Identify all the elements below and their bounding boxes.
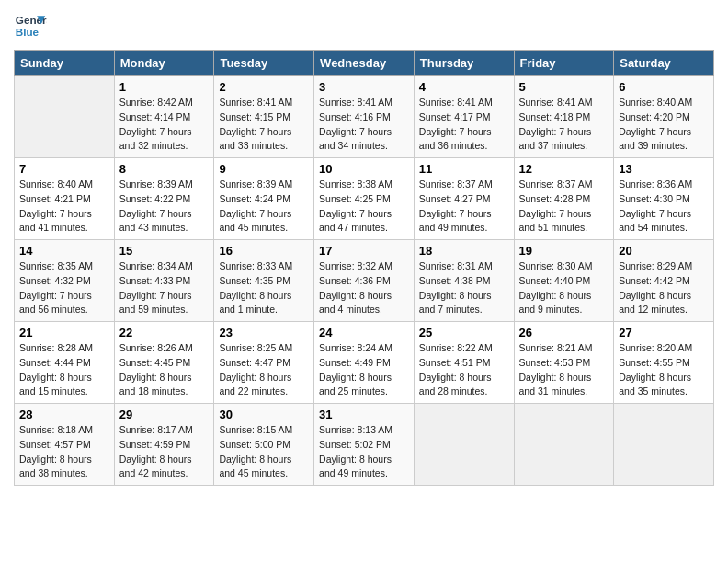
day-info: Sunrise: 8:17 AM Sunset: 4:59 PM Dayligh… <box>119 423 210 481</box>
calendar-cell: 9Sunrise: 8:39 AM Sunset: 4:24 PM Daylig… <box>214 158 314 240</box>
day-info: Sunrise: 8:21 AM Sunset: 4:53 PM Dayligh… <box>519 341 609 399</box>
calendar-cell: 11Sunrise: 8:37 AM Sunset: 4:27 PM Dayli… <box>414 158 514 240</box>
day-info: Sunrise: 8:31 AM Sunset: 4:38 PM Dayligh… <box>419 259 509 317</box>
day-info: Sunrise: 8:35 AM Sunset: 4:32 PM Dayligh… <box>19 259 109 317</box>
day-info: Sunrise: 8:37 AM Sunset: 4:27 PM Dayligh… <box>419 178 509 236</box>
calendar-cell: 14Sunrise: 8:35 AM Sunset: 4:32 PM Dayli… <box>15 240 115 322</box>
calendar-cell: 27Sunrise: 8:20 AM Sunset: 4:55 PM Dayli… <box>614 322 714 404</box>
day-number: 16 <box>219 244 309 258</box>
day-info: Sunrise: 8:41 AM Sunset: 4:15 PM Dayligh… <box>219 96 309 154</box>
day-info: Sunrise: 8:20 AM Sunset: 4:55 PM Dayligh… <box>619 341 709 399</box>
header: General Blue <box>14 9 714 42</box>
day-info: Sunrise: 8:18 AM Sunset: 4:57 PM Dayligh… <box>19 423 109 481</box>
day-info: Sunrise: 8:39 AM Sunset: 4:24 PM Dayligh… <box>219 178 309 236</box>
calendar-cell: 5Sunrise: 8:41 AM Sunset: 4:18 PM Daylig… <box>514 76 614 158</box>
day-number: 1 <box>119 80 210 94</box>
calendar-cell: 21Sunrise: 8:28 AM Sunset: 4:44 PM Dayli… <box>15 322 115 404</box>
day-number: 29 <box>119 408 210 421</box>
col-header-monday: Monday <box>114 51 214 76</box>
day-number: 23 <box>219 326 309 339</box>
page-container: General Blue SundayMondayTuesdayWednesda… <box>0 0 728 495</box>
calendar-cell: 8Sunrise: 8:39 AM Sunset: 4:22 PM Daylig… <box>114 158 214 240</box>
calendar-cell: 24Sunrise: 8:24 AM Sunset: 4:49 PM Dayli… <box>314 322 415 404</box>
calendar-cell: 28Sunrise: 8:18 AM Sunset: 4:57 PM Dayli… <box>15 404 115 486</box>
day-number: 11 <box>419 162 509 176</box>
day-info: Sunrise: 8:36 AM Sunset: 4:30 PM Dayligh… <box>619 178 709 236</box>
day-number: 10 <box>319 162 409 176</box>
day-number: 31 <box>319 408 409 421</box>
day-number: 4 <box>419 80 509 94</box>
calendar-cell: 31Sunrise: 8:13 AM Sunset: 5:02 PM Dayli… <box>314 404 415 486</box>
week-row-3: 14Sunrise: 8:35 AM Sunset: 4:32 PM Dayli… <box>15 240 714 322</box>
col-header-thursday: Thursday <box>414 51 514 76</box>
calendar-cell <box>15 76 115 158</box>
calendar-cell: 29Sunrise: 8:17 AM Sunset: 4:59 PM Dayli… <box>114 404 214 486</box>
day-info: Sunrise: 8:37 AM Sunset: 4:28 PM Dayligh… <box>519 178 609 236</box>
calendar-cell: 22Sunrise: 8:26 AM Sunset: 4:45 PM Dayli… <box>114 322 214 404</box>
day-number: 20 <box>619 244 709 258</box>
calendar-cell: 26Sunrise: 8:21 AM Sunset: 4:53 PM Dayli… <box>514 322 614 404</box>
day-number: 25 <box>419 326 509 339</box>
day-info: Sunrise: 8:40 AM Sunset: 4:21 PM Dayligh… <box>19 178 109 236</box>
logo: General Blue <box>14 9 47 42</box>
day-number: 30 <box>219 408 309 421</box>
day-info: Sunrise: 8:26 AM Sunset: 4:45 PM Dayligh… <box>119 341 210 399</box>
day-info: Sunrise: 8:24 AM Sunset: 4:49 PM Dayligh… <box>319 341 409 399</box>
day-info: Sunrise: 8:40 AM Sunset: 4:20 PM Dayligh… <box>619 96 709 154</box>
day-number: 21 <box>19 326 109 339</box>
calendar-cell: 23Sunrise: 8:25 AM Sunset: 4:47 PM Dayli… <box>214 322 314 404</box>
day-info: Sunrise: 8:29 AM Sunset: 4:42 PM Dayligh… <box>619 259 709 317</box>
day-number: 27 <box>619 326 709 339</box>
calendar-cell: 13Sunrise: 8:36 AM Sunset: 4:30 PM Dayli… <box>614 158 714 240</box>
week-row-2: 7Sunrise: 8:40 AM Sunset: 4:21 PM Daylig… <box>15 158 714 240</box>
col-header-friday: Friday <box>514 51 614 76</box>
day-info: Sunrise: 8:28 AM Sunset: 4:44 PM Dayligh… <box>19 341 109 399</box>
col-header-tuesday: Tuesday <box>214 51 314 76</box>
day-number: 3 <box>319 80 409 94</box>
calendar-cell: 18Sunrise: 8:31 AM Sunset: 4:38 PM Dayli… <box>414 240 514 322</box>
day-number: 14 <box>19 244 109 258</box>
day-number: 17 <box>319 244 409 258</box>
calendar-cell: 3Sunrise: 8:41 AM Sunset: 4:16 PM Daylig… <box>314 76 415 158</box>
calendar-cell: 20Sunrise: 8:29 AM Sunset: 4:42 PM Dayli… <box>614 240 714 322</box>
day-number: 12 <box>519 162 609 176</box>
day-info: Sunrise: 8:39 AM Sunset: 4:22 PM Dayligh… <box>119 178 210 236</box>
calendar-cell <box>614 404 714 486</box>
week-row-4: 21Sunrise: 8:28 AM Sunset: 4:44 PM Dayli… <box>15 322 714 404</box>
calendar-cell: 30Sunrise: 8:15 AM Sunset: 5:00 PM Dayli… <box>214 404 314 486</box>
col-header-saturday: Saturday <box>614 51 714 76</box>
day-info: Sunrise: 8:34 AM Sunset: 4:33 PM Dayligh… <box>119 259 210 317</box>
day-info: Sunrise: 8:41 AM Sunset: 4:16 PM Dayligh… <box>319 96 409 154</box>
day-info: Sunrise: 8:30 AM Sunset: 4:40 PM Dayligh… <box>519 259 609 317</box>
day-number: 7 <box>19 162 109 176</box>
calendar-cell: 19Sunrise: 8:30 AM Sunset: 4:40 PM Dayli… <box>514 240 614 322</box>
day-number: 22 <box>119 326 210 339</box>
day-info: Sunrise: 8:15 AM Sunset: 5:00 PM Dayligh… <box>219 423 309 481</box>
svg-text:Blue: Blue <box>16 26 40 38</box>
day-number: 19 <box>519 244 609 258</box>
day-info: Sunrise: 8:42 AM Sunset: 4:14 PM Dayligh… <box>119 96 210 154</box>
day-number: 26 <box>519 326 609 339</box>
calendar-cell: 7Sunrise: 8:40 AM Sunset: 4:21 PM Daylig… <box>15 158 115 240</box>
calendar-cell: 10Sunrise: 8:38 AM Sunset: 4:25 PM Dayli… <box>314 158 415 240</box>
week-row-1: 1Sunrise: 8:42 AM Sunset: 4:14 PM Daylig… <box>15 76 714 158</box>
day-info: Sunrise: 8:22 AM Sunset: 4:51 PM Dayligh… <box>419 341 509 399</box>
header-row: SundayMondayTuesdayWednesdayThursdayFrid… <box>15 51 714 76</box>
calendar-cell: 17Sunrise: 8:32 AM Sunset: 4:36 PM Dayli… <box>314 240 415 322</box>
calendar-cell: 6Sunrise: 8:40 AM Sunset: 4:20 PM Daylig… <box>614 76 714 158</box>
calendar-table: SundayMondayTuesdayWednesdayThursdayFrid… <box>14 50 714 486</box>
day-number: 5 <box>519 80 609 94</box>
day-number: 24 <box>319 326 409 339</box>
logo-icon: General Blue <box>14 9 47 42</box>
day-info: Sunrise: 8:13 AM Sunset: 5:02 PM Dayligh… <box>319 423 409 481</box>
day-number: 18 <box>419 244 509 258</box>
calendar-cell <box>414 404 514 486</box>
calendar-cell: 4Sunrise: 8:41 AM Sunset: 4:17 PM Daylig… <box>414 76 514 158</box>
calendar-cell <box>514 404 614 486</box>
day-number: 28 <box>19 408 109 421</box>
day-number: 2 <box>219 80 309 94</box>
col-header-sunday: Sunday <box>15 51 115 76</box>
calendar-cell: 2Sunrise: 8:41 AM Sunset: 4:15 PM Daylig… <box>214 76 314 158</box>
day-info: Sunrise: 8:33 AM Sunset: 4:35 PM Dayligh… <box>219 259 309 317</box>
calendar-cell: 1Sunrise: 8:42 AM Sunset: 4:14 PM Daylig… <box>114 76 214 158</box>
